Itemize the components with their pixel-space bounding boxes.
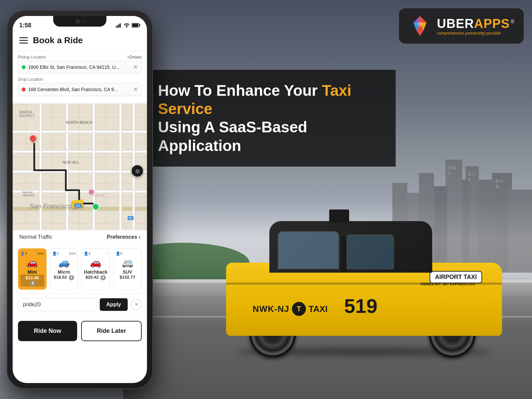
map-label-marina: MARINADISTRICT — [19, 110, 35, 118]
ride-option-micro[interactable]: 👤6 1mn 🚙 Micro $18.52 ℹ — [50, 248, 78, 290]
app-title: Book a Ride — [33, 35, 83, 46]
hamburger-line1 — [19, 37, 28, 38]
traffic-label: Normal Traffic — [19, 234, 52, 240]
hatchback-seats: 👤4 — [84, 251, 90, 256]
bottom-buttons: Ride Now Ride Later — [13, 316, 147, 346]
details-link[interactable]: +Details — [127, 55, 142, 60]
svg-rect-13 — [448, 166, 451, 170]
phone-outer-shell: 1:58 — [7, 10, 153, 389]
suv-meta: 👤6 — [116, 251, 140, 256]
promo-input[interactable] — [18, 298, 96, 311]
phone-screen: 1:58 — [13, 16, 147, 383]
drop-input-row[interactable]: 168 Cervantes Blvd, San Francisco, CA 9.… — [18, 83, 142, 96]
logo-apps: APPS — [474, 17, 510, 31]
suv-car-icon: 🚐 — [116, 257, 140, 268]
svg-rect-16 — [495, 180, 499, 183]
taxi-window-front — [278, 231, 339, 269]
ride-now-button[interactable]: Ride Now — [18, 321, 77, 341]
app-header: Book a Ride — [13, 32, 147, 51]
hatchback-meta: 👤4 - — [84, 251, 108, 256]
suv-name: SUV — [116, 269, 140, 275]
hatchback-info-icon[interactable]: ℹ — [100, 275, 106, 280]
status-time: 1:58 — [19, 22, 31, 29]
svg-marker-20 — [420, 16, 427, 23]
logo-uber: UBER — [437, 17, 474, 31]
map-label-pacific: PACIFICHEIGHTS — [23, 191, 35, 197]
micro-car-icon: 🚙 — [52, 257, 76, 268]
signal-icon — [116, 23, 122, 28]
wifi-icon — [124, 23, 130, 28]
svg-rect-28 — [118, 24, 119, 28]
ride-option-hatchback[interactable]: 👤4 - 🚗 Hatchback $20.42 ℹ — [81, 248, 110, 290]
taxi-window-rear — [346, 234, 394, 269]
taxi-pillar — [341, 236, 346, 273]
preferences-label: Preferences — [107, 234, 137, 240]
hatchback-price: $20.42 ℹ — [84, 275, 108, 280]
taxi-branding: NWK-NJ T TAXI — [253, 302, 328, 316]
pickup-group: Pickup Location 1800 Ellis St, San Franc… — [18, 55, 142, 74]
map-area[interactable]: 🚕 ⊙ MARINADISTRICT NORTH BEACH NOB HILL … — [13, 104, 147, 230]
svg-rect-17 — [500, 180, 503, 183]
mini-wait: 1mn — [37, 251, 44, 256]
taxi-owned-by: OWNED BY: JET EXPRESS LLC — [420, 282, 475, 286]
drop-text: 168 Cervantes Blvd, San Francisco, CA 9.… — [28, 87, 130, 92]
pickup-input-row[interactable]: 1800 Ellis St, San Francisco, CA 94115, … — [18, 61, 142, 74]
ride-option-mini[interactable]: 👤4 1mn 🚗 Mini $13.46 ℹ — [18, 248, 47, 290]
hamburger-line2 — [19, 40, 28, 41]
promo-section: Apply ✕ — [13, 294, 147, 316]
map-label-north-beach: NORTH BEACH — [66, 120, 92, 124]
notch-sensor — [82, 20, 84, 22]
map-union-square — [89, 190, 94, 194]
drop-label: Drop Location — [18, 77, 142, 82]
traffic-bar: Normal Traffic Preferences › — [13, 230, 147, 244]
headline-line2: Using A SaaS-Based Application — [158, 118, 381, 155]
notch-content — [75, 19, 84, 24]
svg-point-30 — [126, 27, 127, 28]
micro-info-icon[interactable]: ℹ — [69, 275, 74, 280]
preferences-btn[interactable]: Preferences › — [107, 234, 140, 240]
hatchback-wait: - — [106, 251, 108, 256]
svg-point-34 — [92, 203, 99, 210]
pickup-clear-btn[interactable]: ✕ — [133, 64, 138, 71]
mini-info-icon[interactable]: ℹ — [30, 281, 35, 286]
map-pin-marker — [29, 134, 37, 142]
taxi-body-main: NWK-NJ T TAXI 519 AIRPORT TAXI OWNED BY:… — [226, 263, 502, 336]
headline-text: How To Enhance Your Taxi Service — [158, 81, 381, 118]
promo-clear-btn[interactable]: ✕ — [131, 299, 142, 310]
map-union-label: Union Sq — [93, 194, 104, 197]
airport-taxi-text: AIRPORT TAXI — [430, 271, 482, 283]
map-pickup-pin — [30, 135, 36, 141]
mini-name: Mini — [20, 269, 44, 275]
logo-tagline: comprehensive partnership possible — [437, 31, 514, 36]
hatchback-car-icon: 🚗 — [84, 257, 108, 268]
mini-car-icon: 🚗 — [20, 257, 44, 268]
drop-dot — [22, 87, 26, 91]
ride-option-suv[interactable]: 👤6 🚐 SUV $132.77 — [113, 248, 142, 290]
map-label-80: 80 — [128, 216, 134, 220]
map-label-nob-hill: NOB HILL — [63, 160, 79, 164]
hamburger-menu[interactable] — [19, 37, 28, 44]
notch-camera — [75, 19, 80, 24]
pickup-text: 1800 Ellis St, San Francisco, CA 94115, … — [28, 65, 130, 70]
apply-button[interactable]: Apply — [100, 298, 128, 311]
map-label-101: 101 — [74, 203, 82, 207]
map-sf-label: San Francisco — [29, 202, 72, 210]
taxi-number: 519 — [344, 295, 377, 318]
micro-meta: 👤6 1mn — [52, 251, 76, 256]
mini-seats: 👤4 — [20, 251, 27, 256]
battery-icon — [132, 23, 140, 28]
hatchback-name: Hatchback — [84, 269, 108, 275]
svg-rect-15 — [448, 172, 451, 175]
drop-group: Drop Location 168 Cervantes Blvd, San Fr… — [18, 77, 142, 96]
suv-seats: 👤6 — [116, 251, 122, 256]
headline-banner: How To Enhance Your Taxi Service Using A… — [143, 70, 396, 167]
svg-rect-12 — [468, 178, 471, 181]
ride-later-button[interactable]: Ride Later — [81, 321, 142, 341]
svg-rect-6 — [509, 190, 532, 273]
headline-white-part1: How To Enhance Your — [158, 82, 322, 99]
svg-rect-32 — [139, 24, 140, 26]
svg-rect-18 — [495, 185, 499, 188]
drop-clear-btn[interactable]: ✕ — [133, 86, 138, 93]
svg-rect-26 — [116, 26, 117, 28]
current-location-btn[interactable]: ⊙ — [132, 165, 143, 177]
